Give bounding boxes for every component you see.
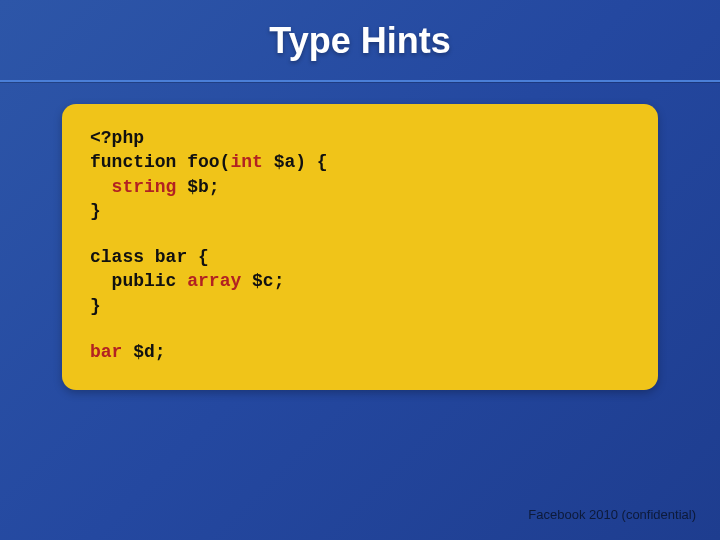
code-line: }	[90, 294, 630, 318]
type-keyword-array: array	[187, 271, 241, 291]
code-block-1: <?php function foo(int $a) { string $b; …	[90, 126, 630, 223]
slide-title: Type Hints	[0, 0, 720, 80]
title-divider	[0, 80, 720, 82]
code-text: public	[112, 271, 188, 291]
footer-note: Facebook 2010 (confidential)	[528, 507, 696, 522]
code-text: $d;	[122, 342, 165, 362]
type-keyword-bar: bar	[90, 342, 122, 362]
code-line: public array $c;	[90, 269, 630, 293]
code-line: function foo(int $a) {	[90, 150, 630, 174]
code-block-3: bar $d;	[90, 340, 630, 364]
code-text: $a) {	[263, 152, 328, 172]
type-keyword-string: string	[112, 177, 177, 197]
code-line: }	[90, 199, 630, 223]
code-line: <?php	[90, 126, 630, 150]
code-text: $b;	[176, 177, 219, 197]
code-line: bar $d;	[90, 340, 630, 364]
code-block-2: class bar { public array $c; }	[90, 245, 630, 318]
type-keyword-int: int	[230, 152, 262, 172]
code-line: string $b;	[90, 175, 630, 199]
code-text: function foo(	[90, 152, 230, 172]
code-block: <?php function foo(int $a) { string $b; …	[62, 104, 658, 390]
code-line: class bar {	[90, 245, 630, 269]
code-text: $c;	[241, 271, 284, 291]
